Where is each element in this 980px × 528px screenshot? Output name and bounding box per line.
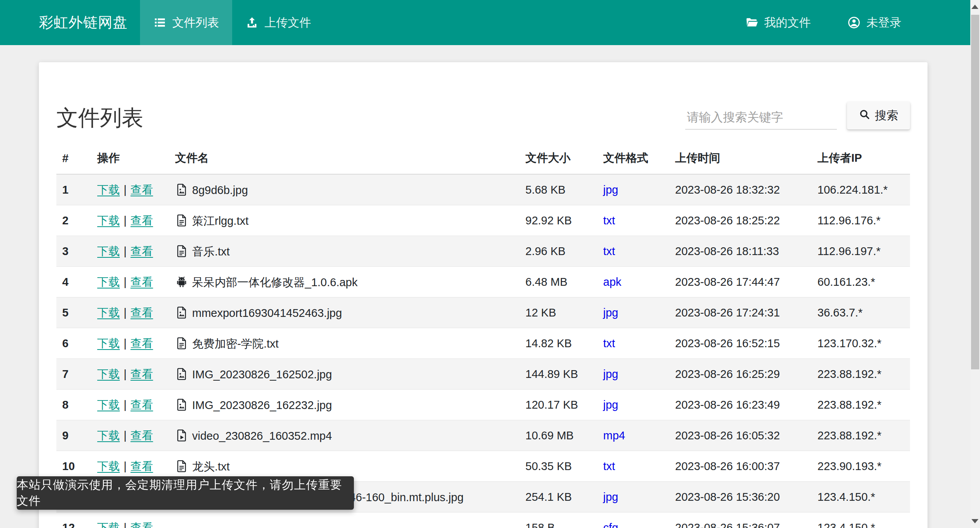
view-link[interactable]: 查看: [131, 214, 153, 227]
download-link[interactable]: 下载: [97, 276, 120, 288]
upload-icon: [245, 16, 259, 29]
file-format-link[interactable]: jpg: [603, 184, 618, 196]
file-format-link[interactable]: cfg: [603, 521, 618, 528]
row-index: 12: [56, 512, 91, 528]
folder-open-icon: [745, 16, 758, 29]
file-name: 呆呆内部一体化修改器_1.0.6.apk: [192, 276, 357, 288]
file-format-link[interactable]: jpg: [603, 399, 618, 411]
view-link[interactable]: 查看: [131, 184, 153, 196]
file-size: 158 B: [520, 512, 597, 528]
action-separator: |: [124, 276, 127, 288]
tab-upload-file[interactable]: 上传文件: [232, 0, 324, 45]
file-format-link[interactable]: txt: [603, 337, 615, 350]
file-name: 免费加密-学院.txt: [192, 337, 278, 350]
scrollbar-down-button[interactable]: [971, 519, 978, 523]
download-link[interactable]: 下载: [97, 245, 120, 257]
file-name: IMG_20230826_162502.jpg: [192, 368, 332, 381]
view-link[interactable]: 查看: [131, 460, 153, 472]
search-button[interactable]: 搜索: [847, 102, 910, 129]
tab-file-list[interactable]: 文件列表: [140, 0, 232, 45]
download-link[interactable]: 下载: [97, 521, 120, 528]
view-link[interactable]: 查看: [131, 521, 153, 528]
file-size: 144.89 KB: [520, 359, 597, 390]
upload-time: 2023-08-26 18:25:22: [669, 205, 812, 236]
col-ip: 上传者IP: [812, 145, 910, 174]
download-link[interactable]: 下载: [97, 429, 120, 442]
file-name: IMG_20230826_162232.jpg: [192, 399, 332, 411]
table-row: 2 下载|查看 策江rlgg.txt 92.92 KB txt 2023-08-…: [56, 205, 910, 236]
file-size: 5.68 KB: [520, 174, 597, 205]
col-name: 文件名: [169, 145, 520, 174]
uploader-ip: 60.161.23.*: [812, 267, 910, 297]
search-button-label: 搜索: [875, 108, 898, 124]
table-header-row: # 操作 文件名 文件大小 文件格式 上传时间 上传者IP: [56, 145, 910, 174]
file-size: 92.92 KB: [520, 205, 597, 236]
upload-time: 2023-08-26 18:11:33: [669, 236, 812, 267]
brand[interactable]: 彩虹外链网盘: [39, 0, 128, 45]
file-name: 音乐.txt: [192, 245, 230, 258]
upload-time: 2023-08-26 16:52:15: [669, 328, 812, 359]
file-size: 254.1 KB: [520, 482, 597, 512]
image-file-icon: [175, 183, 188, 196]
android-file-icon: [175, 275, 188, 288]
search-input[interactable]: [685, 107, 837, 129]
file-size: 10.69 MB: [520, 420, 597, 451]
scrollbar-thumb[interactable]: [971, 15, 979, 369]
file-size: 6.48 MB: [520, 267, 597, 297]
row-index: 7: [56, 359, 91, 390]
row-index: 2: [56, 205, 91, 236]
file-format-link[interactable]: apk: [603, 276, 621, 288]
file-format-link[interactable]: jpg: [603, 306, 618, 319]
file-list-card: 文件列表 搜索 # 操作 文件名 文件大小 文件格: [39, 62, 928, 528]
view-link[interactable]: 查看: [131, 306, 153, 319]
file-size: 14.82 KB: [520, 328, 597, 359]
image-file-icon: [175, 398, 188, 411]
table-row: 4 下载|查看 呆呆内部一体化修改器_1.0.6.apk 6.48 MB apk…: [56, 267, 910, 297]
file-format-link[interactable]: jpg: [603, 491, 618, 503]
list-icon: [153, 16, 166, 29]
row-index: 4: [56, 267, 91, 297]
file-size: 120.17 KB: [520, 390, 597, 420]
text-file-icon: [175, 460, 188, 473]
file-format-link[interactable]: jpg: [603, 368, 618, 380]
download-link[interactable]: 下载: [97, 184, 120, 196]
download-link[interactable]: 下载: [97, 214, 120, 227]
download-link[interactable]: 下载: [97, 460, 120, 472]
uploader-ip: 36.63.7.*: [812, 297, 910, 328]
download-link[interactable]: 下载: [97, 306, 120, 319]
user-circle-icon: [847, 16, 861, 29]
download-link[interactable]: 下载: [97, 368, 120, 380]
view-link[interactable]: 查看: [131, 429, 153, 442]
nav-my-files[interactable]: 我的文件: [732, 0, 824, 45]
text-file-icon: [175, 245, 188, 258]
action-separator: |: [124, 521, 127, 528]
tab-file-list-label: 文件列表: [172, 15, 219, 31]
scrollbar-up-button[interactable]: [971, 5, 978, 9]
view-link[interactable]: 查看: [131, 276, 153, 288]
view-link[interactable]: 查看: [131, 245, 153, 257]
file-format-link[interactable]: txt: [603, 460, 615, 472]
file-name: mmexport1693041452463.jpg: [192, 307, 342, 319]
file-format-link[interactable]: txt: [603, 214, 615, 227]
download-link[interactable]: 下载: [97, 337, 120, 350]
view-link[interactable]: 查看: [131, 337, 153, 350]
view-link[interactable]: 查看: [131, 368, 153, 380]
row-index: 5: [56, 297, 91, 328]
search-icon: [859, 108, 870, 123]
download-link[interactable]: 下载: [97, 399, 120, 411]
scrollbar[interactable]: [970, 0, 980, 528]
view-link[interactable]: 查看: [131, 399, 153, 411]
file-size: 50.35 KB: [520, 451, 597, 482]
file-format-link[interactable]: mp4: [603, 429, 625, 442]
action-separator: |: [124, 429, 127, 442]
col-size: 文件大小: [520, 145, 597, 174]
text-file-icon: [175, 214, 188, 227]
file-format-link[interactable]: txt: [603, 245, 615, 257]
nav-login-status[interactable]: 未登录: [834, 0, 915, 45]
search-area: 搜索: [685, 102, 910, 130]
upload-time: 2023-08-26 16:00:37: [669, 451, 812, 482]
row-index: 6: [56, 328, 91, 359]
upload-time: 2023-08-26 16:23:49: [669, 390, 812, 420]
uploader-ip: 223.88.192.*: [812, 420, 910, 451]
row-index: 9: [56, 420, 91, 451]
